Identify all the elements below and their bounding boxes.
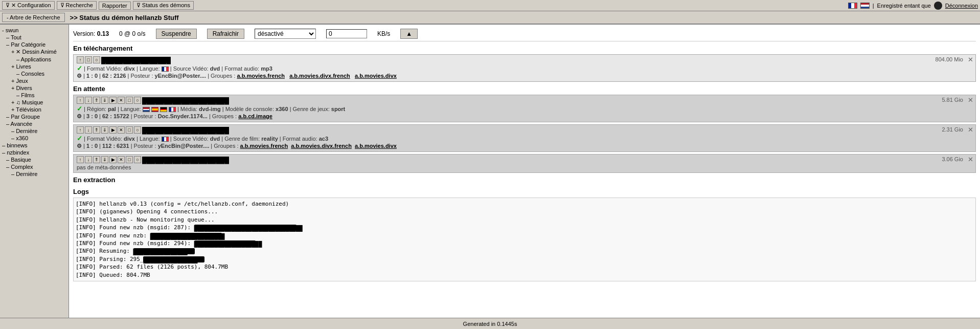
dl-groupes: a.b.movies.french a.b.movies.divx.french… xyxy=(237,73,396,79)
status-button[interactable]: ⊽ Status des démons xyxy=(133,1,194,10)
sidebar-item-complex[interactable]: – Complex xyxy=(0,163,69,170)
w1-flag-2-icon xyxy=(151,107,158,112)
flag-fr-icon xyxy=(848,3,857,9)
w3-icon-play[interactable]: ▶ xyxy=(109,156,117,163)
dl-parts: 62 : 2126 xyxy=(102,73,126,79)
sidebar-item-binnews[interactable]: – binnews xyxy=(0,142,69,149)
suspend-button[interactable]: Suspendre xyxy=(156,29,197,39)
waiting-close-3[interactable]: ✕ xyxy=(968,156,973,163)
w1-flag-3-icon xyxy=(160,107,167,112)
sidebar-item-applications[interactable]: – Applications xyxy=(0,56,69,63)
sidebar-item-basique[interactable]: – Basique xyxy=(0,156,69,163)
status-title: >> Status du démon hellanzb Stuff xyxy=(70,14,179,21)
sidebar-item-tout[interactable]: – Tout xyxy=(0,34,69,41)
w1-parts: 62 : 15722 xyxy=(102,113,129,119)
version-value: 0.13 xyxy=(97,30,109,37)
registered-text: Enregistré entant que xyxy=(877,3,931,9)
w2-groupe-1[interactable]: a.b.movies.french xyxy=(240,143,288,149)
sidebar-item-par-groupe[interactable]: – Par Groupe xyxy=(0,113,69,120)
main-layout: - swun – Tout – Par Catégorie + ✕ Dessin… xyxy=(0,25,980,318)
w2-icon-play[interactable]: ▶ xyxy=(109,126,117,134)
w3-icon-down[interactable]: ↓ xyxy=(85,156,92,163)
dl-format-video: divx xyxy=(124,65,135,72)
waiting-title: En attente xyxy=(73,85,976,93)
log-blacked-1: ████████████████████████████████ xyxy=(194,225,297,231)
w1-icon-info[interactable]: ○ xyxy=(134,97,141,104)
w1-icon-bot[interactable]: ⇓ xyxy=(101,97,108,104)
w1-icon-top[interactable]: ⇑ xyxy=(93,97,100,104)
dl-icon-3[interactable]: ○ xyxy=(93,56,100,63)
sidebar-item-x360[interactable]: – x360 xyxy=(0,135,69,142)
mode-select[interactable]: désactivé xyxy=(255,29,316,39)
w3-name-blacked: ████████████████████ xyxy=(142,157,229,163)
dl-icon-2[interactable]: □ xyxy=(85,56,92,63)
sidebar-item-television[interactable]: + Télévision xyxy=(0,106,69,113)
w1-name-blacked: ████████████████████ xyxy=(142,97,229,103)
arbre-button[interactable]: - Arbre de Recherche xyxy=(2,13,65,22)
w3-icon-info[interactable]: ○ xyxy=(134,156,141,163)
sidebar-item-avancee[interactable]: – Avancée xyxy=(0,120,69,127)
sidebar-item-nzbindex[interactable]: – nzbindex xyxy=(0,149,69,156)
speed-increment-button[interactable]: ▲ xyxy=(400,29,418,39)
sidebar-item-par-categorie[interactable]: – Par Catégorie xyxy=(0,41,69,48)
w3-icon-up[interactable]: ↑ xyxy=(77,156,84,163)
dl-groupe-1[interactable]: a.b.movies.french xyxy=(237,73,285,79)
dl-ratio: 1 : 0 xyxy=(86,73,98,79)
waiting-icons-row-2: ↑ ↓ ⇑ ⇓ ▶ ✕ □ ○ ████████████████████ xyxy=(77,126,229,134)
w3-icon-del[interactable]: ✕ xyxy=(118,156,125,163)
w1-console: x360 xyxy=(276,106,288,112)
dl-groupe-3[interactable]: a.b.movies.divx xyxy=(355,73,397,79)
w3-icon-bot[interactable]: ⇓ xyxy=(101,156,108,163)
w3-icon-top[interactable]: ⇑ xyxy=(93,156,100,163)
waiting-item-1: ↑ ↓ ⇑ ⇓ ▶ ✕ □ ○ ████████████████████ 5.8… xyxy=(73,95,976,122)
w2-icon-bot[interactable]: ⇓ xyxy=(101,126,108,134)
disconnect-link[interactable]: Déconnexion xyxy=(945,3,978,9)
w2-icon-up[interactable]: ↑ xyxy=(77,126,84,134)
rapporter-button[interactable]: Rapporter xyxy=(99,2,131,10)
sidebar-item-jeux[interactable]: + Jeux xyxy=(0,77,69,84)
sidebar-item-musique[interactable]: + ♫ Musique xyxy=(0,99,69,106)
dl-posteur: yEncBin@Poster.... xyxy=(155,73,207,79)
sidebar-item-divers[interactable]: + Divers xyxy=(0,84,69,92)
w2-icon-file[interactable]: □ xyxy=(126,126,133,134)
dl-close-1[interactable]: ✕ xyxy=(968,56,973,63)
sidebar-item-livres[interactable]: + Livres xyxy=(0,63,69,70)
w1-genre: sport xyxy=(331,106,346,112)
sidebar-item-swun[interactable]: - swun xyxy=(0,27,69,34)
w1-groupe[interactable]: a.b.cd.image xyxy=(238,113,272,119)
speed-text: 0 @ 0 o/s xyxy=(119,30,146,37)
w1-icon-down[interactable]: ↓ xyxy=(85,97,92,104)
sidebar-item-derniere2[interactable]: – Dernière xyxy=(0,170,69,178)
waiting-close-1[interactable]: ✕ xyxy=(968,96,973,104)
logs-section: Logs [INFO] hellanzb v0.13 (config = /et… xyxy=(73,188,976,281)
w1-icon-del[interactable]: ✕ xyxy=(118,97,125,104)
w2-icon-down[interactable]: ↓ xyxy=(85,126,92,134)
sidebar-item-dessin-anime[interactable]: + ✕ Dessin Animé xyxy=(0,48,69,56)
log-line-7: [INFO] Resuming: ████████████████ xyxy=(76,247,973,255)
w1-icon-file[interactable]: □ xyxy=(126,97,133,104)
w2-icon-top[interactable]: ⇑ xyxy=(93,126,100,134)
speed-input[interactable] xyxy=(326,29,367,38)
w1-flag-4-icon xyxy=(169,107,176,112)
dl-icon-1[interactable]: ↑ xyxy=(77,56,84,63)
log-line-9: [INFO] Parsed: 62 files (2126 posts), 80… xyxy=(76,263,973,271)
waiting-icons-row-3: ↑ ↓ ⇑ ⇓ ▶ ✕ □ ○ ████████████████████ xyxy=(77,156,229,163)
sidebar-item-derniere1[interactable]: – Dernière xyxy=(0,127,69,135)
sidebar-item-films[interactable]: – Films xyxy=(0,92,69,99)
w2-groupe-2[interactable]: a.b.movies.divx.french xyxy=(291,143,352,149)
sidebar-item-consoles[interactable]: – Consoles xyxy=(0,70,69,77)
recherche-button[interactable]: ⊽ Recherche xyxy=(57,1,97,10)
config-button[interactable]: ⊽ ✕ Configuration xyxy=(2,1,55,10)
w3-icon-file[interactable]: □ xyxy=(126,156,133,163)
w2-groupe-3[interactable]: a.b.movies.divx xyxy=(355,143,397,149)
w1-info-parts: ⚙ | 3 : 0 | 62 : 15722 | Posteur : Doc.S… xyxy=(77,113,972,120)
waiting-close-2[interactable]: ✕ xyxy=(968,126,973,134)
w2-icon-info[interactable]: ○ xyxy=(134,126,141,134)
logs-title: Logs xyxy=(73,188,976,195)
w1-icon-play[interactable]: ▶ xyxy=(109,97,117,104)
w2-icon-del[interactable]: ✕ xyxy=(118,126,125,134)
refresh-button[interactable]: Rafraichir xyxy=(207,29,244,39)
w1-icon-up[interactable]: ↑ xyxy=(77,97,84,104)
dl-groupe-2[interactable]: a.b.movies.divx.french xyxy=(289,73,350,79)
dl-name-blacked: ████████████████ xyxy=(101,57,171,63)
